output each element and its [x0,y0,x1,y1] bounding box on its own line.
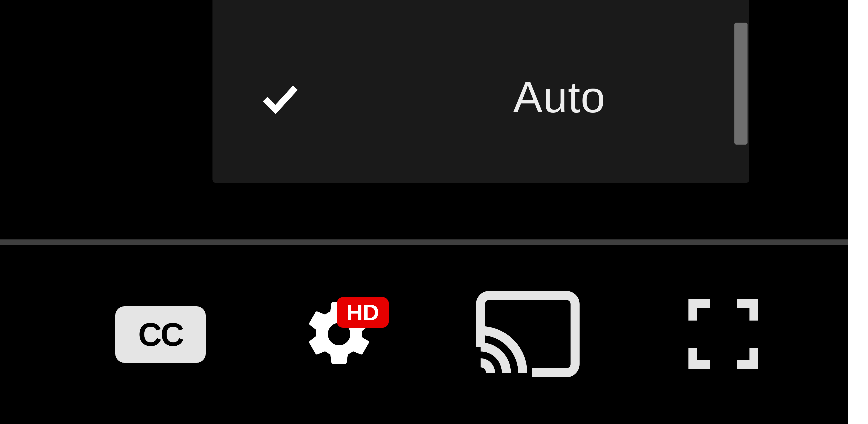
cast-button[interactable] [475,289,581,380]
hd-badge: HD [337,297,389,328]
subtitles-button[interactable]: CC [113,303,208,366]
video-player: Auto CC HD [0,0,848,424]
cc-icon: CC [115,306,206,363]
hd-badge-label: HD [346,299,379,326]
quality-option-auto[interactable]: Auto [213,41,729,158]
cc-label: CC [138,316,183,354]
fullscreen-icon [683,293,764,376]
progress-bar[interactable] [0,239,848,245]
quality-menu-list: Auto [213,0,729,183]
cast-icon [476,291,580,378]
menu-scrollbar[interactable] [733,0,749,183]
menu-scrollbar-thumb[interactable] [735,23,747,144]
settings-button[interactable]: HD [291,287,386,382]
fullscreen-button[interactable] [678,289,769,380]
quality-menu: Auto [213,0,749,183]
quality-option-label: Auto [513,72,606,122]
checkmark-icon [258,74,303,120]
player-controls: CC HD [0,245,848,424]
